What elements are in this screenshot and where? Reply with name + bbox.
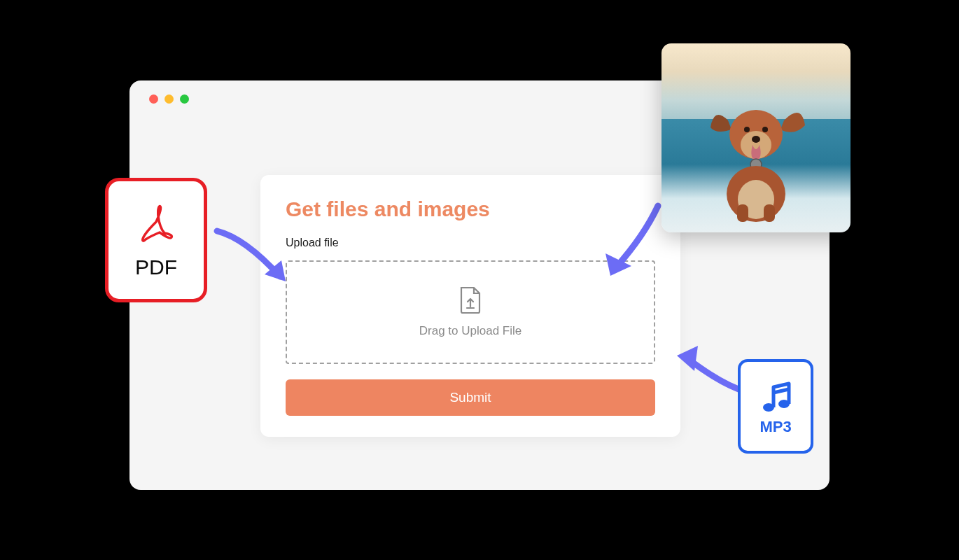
close-dot[interactable] (149, 94, 158, 104)
arrow-pdf-icon (203, 224, 315, 308)
svg-point-7 (752, 136, 760, 143)
svg-point-6 (762, 127, 768, 132)
dog-illustration (704, 96, 808, 222)
submit-button[interactable]: Submit (286, 379, 655, 416)
svg-rect-12 (764, 204, 775, 222)
mp3-label: MP3 (760, 418, 791, 436)
music-note-icon (759, 377, 792, 415)
svg-rect-11 (737, 204, 748, 222)
image-preview (662, 43, 850, 232)
maximize-dot[interactable] (180, 94, 189, 104)
pdf-label: PDF (135, 255, 177, 279)
upload-file-icon (458, 286, 482, 314)
arrow-image-icon (581, 197, 672, 295)
dropzone-text: Drag to Upload File (419, 324, 522, 338)
mp3-file-badge: MP3 (738, 359, 813, 454)
pdf-file-badge: PDF (105, 178, 207, 302)
adobe-pdf-icon (135, 201, 177, 250)
svg-point-5 (744, 127, 750, 132)
minimize-dot[interactable] (164, 94, 174, 104)
